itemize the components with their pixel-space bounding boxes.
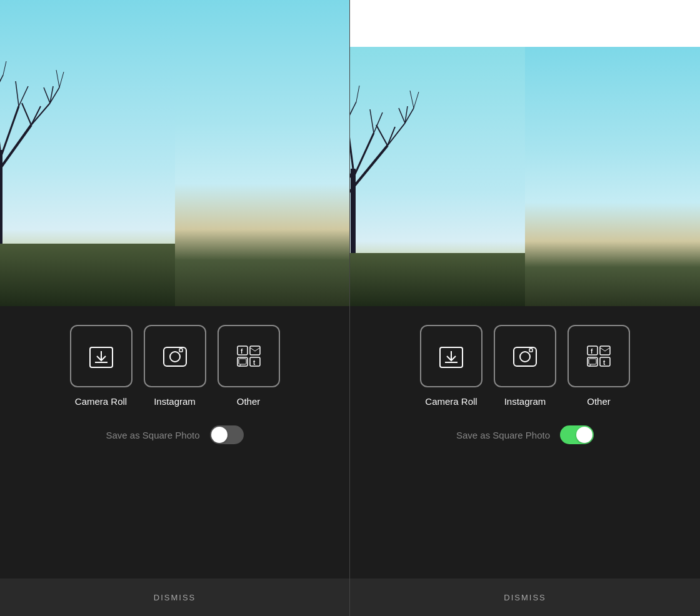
dismiss-label-right: DISMISS [504, 593, 546, 602]
toggle-thumb-right [576, 427, 592, 443]
share-buttons-left: Camera Roll Instagram [70, 325, 280, 407]
svg-rect-101 [589, 359, 596, 364]
instagram-label-left: Instagram [154, 396, 196, 407]
toggle-row-left: Save as Square Photo [106, 425, 243, 444]
dismiss-button-left[interactable]: DISMISS [0, 579, 349, 616]
bottom-sheet-left: Camera Roll Instagram [0, 306, 349, 616]
svg-rect-99 [600, 346, 610, 355]
photo-right [350, 47, 700, 306]
other-button-left[interactable]: f t Other [218, 325, 280, 407]
svg-rect-49 [239, 359, 246, 364]
instagram-icon-left [144, 325, 206, 387]
other-label-right: Other [587, 396, 611, 407]
camera-roll-label-left: Camera Roll [75, 396, 127, 407]
toggle-label-right: Save as Square Photo [456, 430, 550, 440]
svg-rect-96 [529, 349, 532, 352]
instagram-icon-right [494, 325, 556, 387]
svg-rect-47 [250, 346, 260, 355]
dismiss-label-left: DISMISS [154, 593, 196, 602]
bottom-sheet-right: Camera Roll Instagram f [350, 306, 700, 616]
svg-text:f: f [241, 348, 243, 355]
dismiss-button-right[interactable]: DISMISS [350, 579, 700, 616]
share-buttons-right: Camera Roll Instagram f [420, 325, 630, 407]
svg-text:f: f [591, 348, 593, 355]
toggle-label-left: Save as Square Photo [106, 430, 199, 440]
other-button-right[interactable]: f t Other [568, 325, 630, 407]
right-panel: Camera Roll Instagram f [350, 0, 700, 616]
other-icon-left: f t [218, 325, 280, 387]
top-white-space [350, 0, 700, 47]
square-photo-toggle-left[interactable] [210, 425, 244, 444]
toggle-row-right: Save as Square Photo [456, 425, 594, 444]
photo-left [0, 0, 349, 306]
svg-point-95 [520, 352, 530, 362]
instagram-label-right: Instagram [504, 396, 546, 407]
square-photo-toggle-right[interactable] [560, 425, 594, 444]
camera-roll-icon-right [420, 325, 482, 387]
toggle-thumb-left [211, 427, 228, 443]
other-icon-right: f t [568, 325, 630, 387]
svg-rect-53 [350, 253, 525, 306]
svg-point-43 [170, 352, 180, 362]
svg-rect-1 [0, 244, 175, 306]
camera-roll-button-right[interactable]: Camera Roll [420, 325, 482, 407]
camera-roll-button-left[interactable]: Camera Roll [70, 325, 132, 407]
other-label-left: Other [237, 396, 261, 407]
instagram-button-right[interactable]: Instagram [494, 325, 556, 407]
svg-text:t: t [253, 359, 256, 366]
instagram-button-left[interactable]: Instagram [144, 325, 206, 407]
svg-rect-44 [179, 349, 182, 352]
camera-roll-icon-left [70, 325, 132, 387]
left-panel: Camera Roll Instagram [0, 0, 350, 616]
svg-text:t: t [603, 359, 606, 366]
camera-roll-label-right: Camera Roll [425, 396, 477, 407]
